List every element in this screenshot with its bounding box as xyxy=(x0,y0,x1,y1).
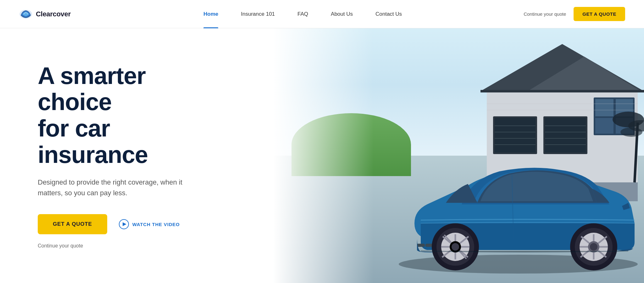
get-quote-button-hero[interactable]: GET A QUOTE xyxy=(38,214,107,234)
watch-video-button[interactable]: WATCH THE VIDEO xyxy=(119,219,180,230)
svg-point-52 xyxy=(590,243,597,251)
get-quote-button-header[interactable]: GET A QUOTE xyxy=(574,7,625,21)
svg-point-43 xyxy=(452,243,459,251)
hero-content: A smarter choice for car insurance Desig… xyxy=(0,63,239,249)
main-nav: Home Insurance 101 FAQ About Us Contact … xyxy=(192,0,413,28)
nav-item-home[interactable]: Home xyxy=(192,0,230,28)
play-icon xyxy=(119,219,129,230)
continue-quote-header[interactable]: Continue your quote xyxy=(524,11,566,17)
svg-rect-21 xyxy=(595,99,613,116)
svg-rect-32 xyxy=(417,244,425,247)
hero-illustration xyxy=(273,28,644,283)
logo-text: Clearcover xyxy=(36,10,71,18)
site-header: Clearcover Home Insurance 101 FAQ About … xyxy=(0,0,644,28)
continue-quote-hero[interactable]: Continue your quote xyxy=(38,243,201,249)
car-illustration xyxy=(389,123,644,274)
logo[interactable]: Clearcover xyxy=(19,9,82,19)
svg-rect-23 xyxy=(480,90,644,92)
nav-item-insurance101[interactable]: Insurance 101 xyxy=(230,0,286,28)
nav-item-about[interactable]: About Us xyxy=(319,0,364,28)
hero-section: A smarter choice for car insurance Desig… xyxy=(0,28,644,283)
logo-icon xyxy=(19,9,33,19)
hero-title: A smarter choice for car insurance xyxy=(38,63,201,168)
hero-subtitle: Designed to provide the right coverage, … xyxy=(38,177,195,198)
nav-item-faq[interactable]: FAQ xyxy=(286,0,319,28)
fade-overlay xyxy=(273,28,374,283)
hero-actions: GET A QUOTE WATCH THE VIDEO xyxy=(38,214,201,234)
nav-item-contact[interactable]: Contact Us xyxy=(364,0,413,28)
header-right: Continue your quote GET A QUOTE xyxy=(524,7,625,21)
svg-marker-54 xyxy=(123,222,126,226)
